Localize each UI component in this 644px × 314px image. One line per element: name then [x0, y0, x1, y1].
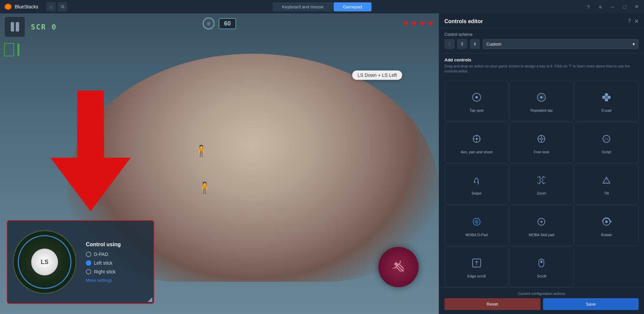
close-button[interactable]: ✕ — [632, 2, 641, 11]
help-button[interactable]: ? — [584, 2, 593, 11]
ctrl-aim-pan-shoot[interactable]: Aim, pan and shoot — [444, 122, 509, 163]
ctrl-rotate-label: Rotate — [601, 232, 612, 237]
svg-marker-37 — [610, 221, 612, 223]
heart-3: ♥ — [420, 18, 425, 29]
footer-buttons: Reset Save — [444, 298, 639, 310]
ctrl-moba-d-pad[interactable]: 6 MOBA D-Pad — [444, 205, 509, 246]
panel-help-icon[interactable]: ? — [628, 18, 631, 24]
menu-button[interactable]: ≡ — [596, 2, 605, 11]
ctrl-d-pad[interactable]: D-pad — [574, 81, 639, 121]
ctrl-d-pad-label: D-pad — [601, 108, 611, 113]
heart-1: ♥ — [403, 18, 409, 29]
sword-button[interactable]: 🗡 — [378, 247, 419, 287]
ctrl-edge-scroll[interactable]: Edge scroll — [444, 247, 509, 287]
save-button[interactable]: Save — [543, 298, 639, 310]
d-pad-icon — [598, 89, 614, 105]
app-name: BlueStacks — [15, 4, 38, 9]
scheme-export-button[interactable]: ⬆ — [457, 39, 467, 49]
control-scheme-section: Control scheme ↑ ⬆ ⬇ Custom ▾ — [439, 28, 644, 53]
ctrl-scroll-label: Scroll — [537, 274, 546, 278]
controls-grid: Tap spot Repeated tap — [439, 81, 644, 287]
arrow-shaft — [77, 91, 104, 158]
ctrl-moba-skill-pad[interactable]: MOBA Skill pad — [509, 205, 574, 246]
ls-joystick[interactable]: LS — [13, 230, 76, 294]
pause-bar-right — [16, 22, 19, 32]
panel-close-icon[interactable]: ✕ — [634, 18, 639, 24]
maximize-button[interactable]: □ — [620, 2, 629, 11]
bluestacks-logo-icon — [4, 3, 12, 11]
more-settings-link[interactable]: More settings — [86, 278, 146, 283]
tab-keyboard-mouse[interactable]: Keyboard and mouse — [273, 2, 333, 11]
ctrl-free-look-label: Free look — [534, 150, 549, 154]
add-controls-desc: Drag and drop an action on your game scr… — [444, 64, 639, 74]
ctrl-repeated-tap[interactable]: Repeated tap — [509, 81, 574, 121]
edge-scroll-icon — [469, 255, 485, 271]
svg-text:6: 6 — [476, 220, 477, 223]
ctrl-moba-d-pad-label: MOBA D-Pad — [466, 232, 488, 237]
game-area: SCR 0 ⊕ 60 ♥ ♥ ♥ ♥ 🧍 🧍 LS Down + LS Left… — [0, 13, 439, 314]
ctrl-tap-spot-label: Tap spot — [470, 108, 484, 113]
svg-point-3 — [475, 96, 478, 99]
sword-icon: 🗡 — [386, 255, 411, 279]
ctrl-swipe[interactable]: Swipe — [444, 164, 509, 204]
tilt-icon — [598, 172, 614, 188]
ctrl-zoom-label: Zoom — [537, 191, 546, 196]
swipe-icon — [469, 172, 485, 188]
home-button[interactable]: ⌂ — [46, 2, 56, 11]
titlebar-right-controls: ? ≡ ─ □ ✕ — [584, 2, 644, 11]
minimize-button[interactable]: ─ — [608, 2, 617, 11]
svg-point-27 — [540, 179, 543, 182]
scroll-icon — [533, 255, 549, 271]
control-using-title: Control using — [86, 242, 146, 248]
nav-tabs: Keyboard and mouse Gamepad — [273, 2, 372, 11]
scheme-upload-button[interactable]: ↑ — [444, 39, 454, 49]
tap-spot-icon — [469, 89, 485, 105]
radio-left-stick-circle — [86, 260, 91, 266]
reset-button[interactable]: Reset — [444, 298, 540, 310]
layout-button[interactable]: ⧉ — [58, 2, 67, 11]
radio-dpad-label: D-PAD — [94, 252, 108, 257]
ls-options: Control using D-PAD Left stick Right sti… — [83, 239, 148, 285]
svg-point-19 — [540, 138, 542, 140]
moba-d-pad-icon: 6 — [469, 214, 485, 230]
ctrl-zoom[interactable]: Zoom — [509, 164, 574, 204]
control-scheme-row: ↑ ⬆ ⬇ Custom ▾ — [444, 39, 639, 49]
scheme-value: Custom — [486, 42, 501, 47]
pause-bar-left — [11, 22, 14, 32]
radio-dpad[interactable]: D-PAD — [86, 252, 146, 257]
ls-tooltip: LS Down + LS Left — [352, 70, 402, 80]
radio-right-stick[interactable]: Right stick — [86, 269, 146, 274]
window-controls: ⌂ ⧉ — [46, 2, 67, 11]
radio-left-stick[interactable]: Left stick — [86, 260, 146, 266]
ls-control-popup: LS Control using D-PAD Left stick Right … — [7, 220, 154, 304]
panel-header: Controls editor ? ✕ — [439, 13, 644, 28]
character-2: 🧍 — [198, 181, 211, 194]
titlebar: BlueStacks ⌂ ⧉ Keyboard and mouse Gamepa… — [0, 0, 644, 13]
ctrl-script[interactable]: /> Script — [574, 122, 639, 163]
character-1: 🧍 — [195, 144, 208, 157]
ctrl-scroll[interactable]: Scroll — [509, 247, 574, 287]
tab-gamepad[interactable]: Gamepad — [333, 2, 371, 11]
pause-button[interactable] — [4, 16, 25, 38]
ctrl-edge-scroll-label: Edge scroll — [468, 274, 486, 278]
script-icon: /> — [598, 131, 614, 147]
radio-right-stick-label: Right stick — [94, 269, 116, 274]
ctrl-repeated-tap-label: Repeated tap — [530, 108, 552, 113]
svg-rect-11 — [605, 96, 608, 99]
score-label: SCR — [31, 23, 46, 31]
ctrl-rotate[interactable]: Rotate — [574, 205, 639, 246]
panel-title: Controls editor — [444, 18, 483, 24]
ctrl-tap-spot[interactable]: Tap spot — [444, 81, 509, 121]
score-value: 0 — [52, 23, 56, 31]
scheme-import-button[interactable]: ⬇ — [470, 39, 480, 49]
scheme-dropdown[interactable]: Custom ▾ — [483, 39, 639, 49]
svg-point-34 — [541, 221, 542, 222]
target-icon: ⊕ — [203, 17, 215, 30]
ctrl-tilt[interactable]: Tilt — [574, 164, 639, 204]
ctrl-free-look[interactable]: Free look — [509, 122, 574, 163]
ctrl-tilt-label: Tilt — [604, 191, 609, 196]
rotate-icon — [598, 214, 614, 230]
panel-footer: Current configuration actions Reset Save — [439, 287, 644, 314]
panel-header-icons: ? ✕ — [628, 18, 639, 24]
svg-point-26 — [474, 181, 476, 183]
